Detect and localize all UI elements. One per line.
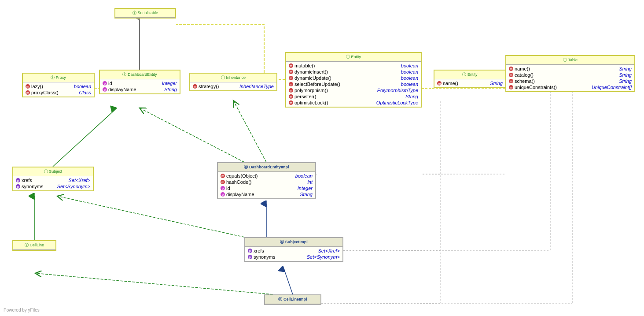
cli-header: ⓒ CellLineImpl bbox=[265, 295, 320, 304]
de-displayname-type: String bbox=[164, 87, 177, 92]
watermark: Powered by yFiles bbox=[4, 308, 40, 312]
table-header: ⓘ Table bbox=[506, 56, 634, 65]
box-inheritance[interactable]: ⓘ Inheritance m strategy() InheritanceTy… bbox=[189, 73, 277, 91]
em-selectbefore-name: selectBeforeUpdate() bbox=[294, 82, 340, 87]
em-row-persister: m persister() String bbox=[286, 93, 421, 100]
si-synonyms-name: synonyms bbox=[254, 254, 276, 260]
subj-synonyms-icon: p bbox=[16, 184, 20, 189]
svg-line-7 bbox=[140, 108, 244, 162]
dei-equals-icon: m bbox=[221, 174, 225, 178]
cellline-header: ⓘ CellLine bbox=[13, 241, 55, 250]
em-row-optimistic: m optimisticLock() OptimisticLockType bbox=[286, 100, 421, 106]
dei-stereotype-label: ⓒ DashboardEntityImpl bbox=[221, 164, 313, 170]
box-entity-main[interactable]: ⓘ Entity m mutable() boolean m dynamicIn… bbox=[285, 52, 422, 108]
em-row-dynupdate: m dynamicUpdate() boolean bbox=[286, 75, 421, 81]
em-optimistic-icon: m bbox=[289, 100, 293, 105]
box-cellline-impl[interactable]: ⓒ CellLineImpl bbox=[264, 294, 321, 305]
svg-line-14 bbox=[53, 110, 114, 167]
box-entity-small[interactable]: ⓘ Entity m name() String bbox=[434, 70, 506, 88]
inheritance-stereotype: ⓘ Inheritance bbox=[193, 75, 274, 81]
dei-row-equals: m equals(Object) boolean bbox=[218, 173, 315, 179]
box-proxy[interactable]: ⓘ Proxy m lazy() boolean m proxyClass() … bbox=[22, 73, 95, 97]
es-row-name: m name() String bbox=[434, 80, 505, 86]
proxy-lazy-icon: m bbox=[26, 84, 30, 89]
box-subject[interactable]: ⓘ Subject p xrefs Set<Xref> p synonyms S… bbox=[12, 167, 94, 191]
tbl-catalog-icon: m bbox=[509, 73, 513, 77]
table-stereotype: ⓘ Table bbox=[509, 57, 632, 63]
si-row-synonyms: p synonyms Set<Synonym> bbox=[245, 254, 342, 260]
dei-row-displayname: p displayName String bbox=[218, 191, 315, 197]
tbl-row-catalog: m catalog() String bbox=[506, 72, 634, 78]
em-dyninsert-name: dynamicInsert() bbox=[294, 69, 328, 74]
tbl-schema-type: String bbox=[619, 78, 632, 84]
svg-line-11 bbox=[284, 269, 293, 294]
tbl-row-unique: m uniqueConstraints() UniqueConstraint[] bbox=[506, 84, 634, 90]
si-xrefs-name: xrefs bbox=[254, 248, 264, 253]
tbl-catalog-type: String bbox=[619, 72, 632, 78]
box-subject-impl[interactable]: ⓒ SubjectImpl p xrefs Set<Xref> p synony… bbox=[244, 237, 343, 262]
es-name-type: String bbox=[490, 81, 503, 86]
entity-small-body: m name() String bbox=[434, 79, 505, 87]
inheritance-header: ⓘ Inheritance bbox=[190, 74, 276, 82]
si-xrefs-icon: p bbox=[248, 249, 252, 253]
dei-hashcode-type: int bbox=[307, 179, 313, 185]
dei-id-icon: p bbox=[221, 186, 225, 190]
de-displayname-name: displayName bbox=[108, 87, 136, 92]
tbl-unique-name: uniqueConstraints() bbox=[515, 85, 557, 90]
em-polymorphism-icon: m bbox=[289, 88, 293, 93]
dei-id-type: Integer bbox=[298, 186, 313, 191]
em-optimistic-type: OptimisticLockType bbox=[376, 100, 418, 105]
em-polymorphism-type: PolymorphismType bbox=[377, 88, 418, 93]
inh-row-strategy: m strategy() InheritanceType bbox=[190, 83, 276, 89]
de-displayname-icon: p bbox=[103, 87, 107, 92]
entity-small-stereotype: ⓘ Entity bbox=[437, 72, 503, 78]
si-stereotype-label: ⓒ SubjectImpl bbox=[248, 239, 340, 245]
box-table[interactable]: ⓘ Table m name() String m catalog() Stri… bbox=[505, 55, 635, 92]
si-synonyms-icon: p bbox=[248, 255, 252, 259]
proxy-lazy-name: lazy() bbox=[31, 84, 43, 89]
proxy-header: ⓘ Proxy bbox=[23, 74, 94, 82]
de-id-type: Integer bbox=[162, 81, 177, 86]
box-serializable[interactable]: ⓘ Serializable bbox=[114, 8, 176, 19]
proxy-proxyclass-type: Class bbox=[79, 90, 91, 95]
entity-main-header: ⓘ Entity bbox=[286, 53, 421, 62]
box-dashboard-entity-impl[interactable]: ⓒ DashboardEntityImpl m equals(Object) b… bbox=[217, 162, 316, 199]
dei-row-hashcode: m hashCode() int bbox=[218, 179, 315, 185]
dei-equals-type: boolean bbox=[295, 173, 313, 178]
em-persister-icon: m bbox=[289, 94, 293, 99]
em-dynupdate-name: dynamicUpdate() bbox=[294, 75, 331, 81]
dei-hashcode-icon: m bbox=[221, 180, 225, 184]
si-row-xrefs: p xrefs Set<Xref> bbox=[245, 248, 342, 254]
subject-header: ⓘ Subject bbox=[13, 167, 93, 176]
tbl-catalog-name: catalog() bbox=[515, 72, 534, 78]
dashboard-entity-header: ⓘ DashboardEntity bbox=[100, 71, 180, 79]
box-cellline[interactable]: ⓘ CellLine bbox=[12, 240, 56, 251]
proxy-row-proxyclass: m proxyClass() Class bbox=[23, 89, 94, 96]
subj-xrefs-type: Set<Xref> bbox=[68, 178, 90, 183]
cellline-stereotype: ⓘ CellLine bbox=[16, 242, 53, 248]
dei-body: m equals(Object) boolean m hashCode() in… bbox=[218, 172, 315, 198]
dei-hashcode-name: hashCode() bbox=[226, 179, 251, 185]
serializable-stereotype: ⓘ Serializable bbox=[118, 10, 173, 16]
em-optimistic-name: optimisticLock() bbox=[294, 100, 328, 105]
cli-stereotype-label: ⓒ CellLineImpl bbox=[268, 297, 318, 302]
box-dashboard-entity[interactable]: ⓘ DashboardEntity p id Integer p display… bbox=[99, 70, 180, 94]
em-row-dyninsert: m dynamicInsert() boolean bbox=[286, 69, 421, 75]
em-dynupdate-type: boolean bbox=[401, 75, 418, 81]
inh-strategy-type: InheritanceType bbox=[239, 84, 274, 89]
em-polymorphism-name: polymorphism() bbox=[294, 88, 328, 93]
dei-displayname-icon: p bbox=[221, 192, 225, 197]
es-name-name: name() bbox=[443, 81, 458, 86]
entity-main-body: m mutable() boolean m dynamicInsert() bo… bbox=[286, 62, 421, 107]
subj-synonyms-type: Set<Synonym> bbox=[57, 184, 90, 189]
si-synonyms-type: Set<Synonym> bbox=[307, 254, 340, 260]
tbl-row-schema: m schema() String bbox=[506, 78, 634, 84]
em-persister-name: persister() bbox=[294, 94, 316, 99]
es-name-icon: m bbox=[437, 81, 442, 86]
subj-row-xrefs: p xrefs Set<Xref> bbox=[13, 177, 93, 183]
de-row-displayname: p displayName String bbox=[100, 86, 180, 93]
si-header: ⓒ SubjectImpl bbox=[245, 238, 342, 247]
subj-xrefs-icon: p bbox=[16, 178, 20, 182]
em-mutable-icon: m bbox=[289, 63, 293, 68]
tbl-unique-type: UniqueConstraint[] bbox=[592, 85, 632, 90]
